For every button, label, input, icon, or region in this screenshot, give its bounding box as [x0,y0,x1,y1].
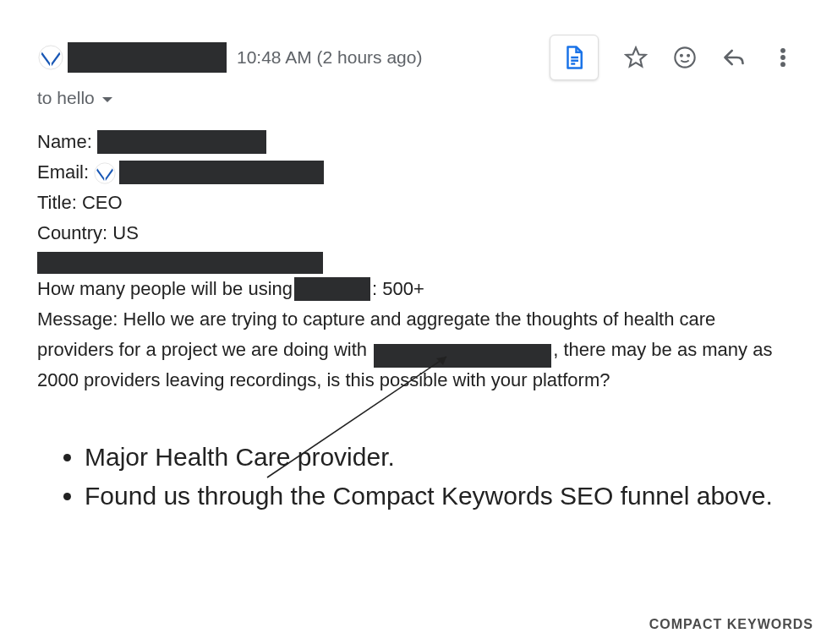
partner-redacted [374,344,551,368]
to-recipient: hello [57,88,94,108]
svg-point-4 [675,47,694,67]
email-logo-icon [94,157,116,188]
kebab-icon [771,46,795,69]
attachment-button[interactable] [550,35,599,80]
annotation-item: Major Health Care provider. [85,439,795,475]
svg-point-10 [95,163,115,183]
react-button[interactable] [673,46,697,69]
annotation-item: Found us through the Compact Keywords SE… [85,478,795,514]
smiley-icon [673,46,697,69]
svg-point-0 [39,46,63,69]
star-button[interactable] [624,46,648,69]
product-redacted [294,277,370,301]
email-redacted [119,161,324,184]
message-label: Message: [37,308,118,330]
company-redacted [37,252,323,274]
name-redacted [97,130,266,154]
svg-point-8 [781,56,785,60]
recipient-line[interactable]: to hello [37,88,795,108]
to-prefix: to [37,88,52,108]
email-header: 10:48 AM (2 hours ago) [37,34,795,81]
sender-name-redacted [68,42,227,73]
annotation-list: Major Health Care provider. Found us thr… [37,439,795,514]
star-icon [624,46,648,69]
country-label: Country: [37,218,107,248]
country-value: US [112,218,139,248]
document-icon [561,45,587,70]
email-body: Name: Email: Title: CEO Country: US How … [37,127,795,396]
email-timestamp: 10:48 AM (2 hours ago) [237,47,422,68]
title-value: CEO [82,188,123,218]
sender-avatar [37,44,64,71]
svg-point-5 [681,54,683,57]
name-label: Name: [37,127,92,157]
more-button[interactable] [771,46,795,69]
usage-suffix: : 500+ [372,274,424,304]
svg-point-9 [781,63,785,67]
svg-point-7 [781,49,785,53]
email-label: Email: [37,157,89,188]
watermark: COMPACT KEYWORDS [649,617,813,632]
message-block: Message: Hello we are trying to capture … [37,304,795,396]
reply-icon [722,46,746,69]
reply-button[interactable] [722,46,746,69]
chevron-down-icon [101,88,113,108]
usage-prefix: How many people will be using [37,274,293,304]
title-label: Title: [37,188,77,218]
svg-point-6 [687,54,690,57]
